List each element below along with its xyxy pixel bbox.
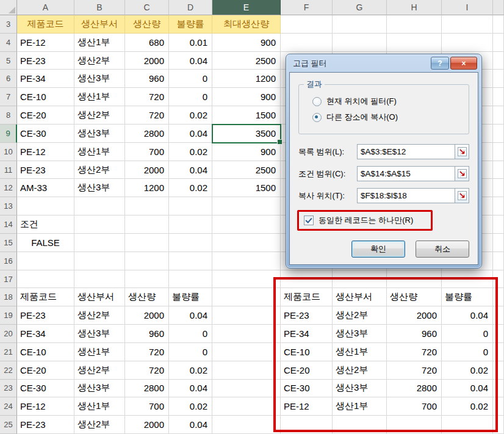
cell-E15[interactable] [212,234,281,252]
cell-A13[interactable] [17,197,74,215]
row-header-25[interactable]: 25 [0,416,17,434]
cell-A8[interactable]: CE-20 [17,106,74,125]
cell-C19[interactable]: 2000 [125,306,169,325]
row-header-22[interactable]: 22 [0,361,17,380]
cell-F18[interactable]: 제품코드 [281,288,333,306]
cell-G25[interactable] [333,416,387,434]
copy-to-input[interactable]: $F$18:$I$18 [357,188,469,203]
cell-B20[interactable]: 생산3부 [74,325,125,343]
cell-C14[interactable] [125,215,169,234]
cell-D3[interactable]: 불량률 [169,15,212,34]
cell-G17[interactable] [333,270,387,289]
cell-C22[interactable]: 720 [125,361,169,380]
cell-E10[interactable]: 900 [212,143,281,161]
cell-B15[interactable] [74,234,125,252]
cell-C25[interactable]: 2000 [125,416,169,434]
row-header-23[interactable]: 23 [0,380,17,398]
cell-G21[interactable]: 생산1부 [333,343,387,361]
cell-E18[interactable] [212,288,281,306]
cell-F25[interactable] [281,416,333,434]
select-all-button[interactable] [0,0,17,15]
row-header-18[interactable]: 18 [0,288,17,306]
cell-D15[interactable] [169,234,212,252]
cell-A18[interactable]: 제품코드 [17,288,74,306]
cell-H24[interactable]: 700 [387,397,442,416]
cell-B4[interactable]: 생산1부 [74,34,125,52]
help-button[interactable]: ? [431,57,449,70]
cell-A20[interactable]: PE-34 [17,325,74,343]
row-header-20[interactable]: 20 [0,325,17,343]
column-header-G[interactable]: G [333,0,387,15]
cell-H21[interactable]: 720 [387,343,442,361]
cell-G19[interactable]: 생산2부 [333,306,387,325]
cell-C9[interactable]: 2800 [125,125,169,143]
radio-filter-in-place[interactable]: 현재 위치에 필터(F) [312,96,464,107]
column-header-A[interactable]: A [17,0,74,15]
cell-E23[interactable] [212,380,281,398]
cell-E4[interactable]: 900 [212,34,281,52]
row-header-8[interactable]: 8 [0,106,17,125]
cell-C8[interactable]: 720 [125,106,169,125]
cell-E24[interactable] [212,397,281,416]
cell-F3[interactable] [281,15,333,34]
cell-E3[interactable]: 최대생산량 [212,15,281,34]
unique-records-checkbox[interactable]: 동일한 레코드는 하나만(R) [304,215,426,226]
cell-D11[interactable]: 0.04 [169,161,212,179]
column-header-B[interactable]: B [74,0,125,15]
cell-H20[interactable]: 960 [387,325,442,343]
cell-B9[interactable]: 생산3부 [74,125,125,143]
cell-A23[interactable]: CE-30 [17,380,74,398]
cell-G4[interactable] [333,34,387,52]
cell-C17[interactable] [125,270,169,289]
cell-I20[interactable]: 0 [442,325,493,343]
cell-D4[interactable]: 0.01 [169,34,212,52]
row-header-15[interactable]: 15 [0,234,17,252]
cell-D20[interactable]: 0 [169,325,212,343]
row-header-14[interactable]: 14 [0,215,17,234]
cell-F21[interactable]: CE-10 [281,343,333,361]
column-header-C[interactable]: C [125,0,169,15]
cell-E19[interactable] [212,306,281,325]
cell-G20[interactable]: 생산3부 [333,325,387,343]
cell-D16[interactable] [169,252,212,270]
cell-I19[interactable]: 0.04 [442,306,493,325]
cell-B10[interactable]: 생산1부 [74,143,125,161]
cell-C5[interactable]: 2000 [125,52,169,70]
cell-A25[interactable]: PE-23 [17,416,74,434]
cancel-button[interactable]: 취소 [416,241,469,258]
cell-E8[interactable]: 1500 [212,106,281,125]
cell-E16[interactable] [212,252,281,270]
cell-D5[interactable]: 0.04 [169,52,212,70]
cell-B7[interactable]: 생산1부 [74,88,125,106]
cell-D8[interactable]: 0.02 [169,106,212,125]
cell-F22[interactable]: CE-20 [281,361,333,380]
cell-H22[interactable]: 720 [387,361,442,380]
cell-D7[interactable]: 0 [169,88,212,106]
cell-A24[interactable]: PE-12 [17,397,74,416]
cell-H17[interactable] [387,270,442,289]
row-header-6[interactable]: 6 [0,70,17,88]
cell-E14[interactable] [212,215,281,234]
cell-A10[interactable]: PE-12 [17,143,74,161]
column-header-I[interactable]: I [442,0,493,15]
column-header-D[interactable]: D [169,0,212,15]
cell-H4[interactable] [387,34,442,52]
cell-E20[interactable] [212,325,281,343]
cell-D17[interactable] [169,270,212,289]
cell-C16[interactable] [125,252,169,270]
cell-C15[interactable] [125,234,169,252]
cell-A3[interactable]: 제품코드 [17,15,74,34]
cell-A7[interactable]: CE-10 [17,88,74,106]
cell-I22[interactable]: 0.02 [442,361,493,380]
cell-B14[interactable] [74,215,125,234]
cell-D13[interactable] [169,197,212,215]
cell-C12[interactable]: 1200 [125,179,169,197]
cell-H19[interactable]: 2000 [387,306,442,325]
cell-B22[interactable]: 생산2부 [74,361,125,380]
range-picker-button[interactable] [455,167,469,181]
cell-D18[interactable]: 불량률 [169,288,212,306]
row-header-5[interactable]: 5 [0,52,17,70]
row-header-17[interactable]: 17 [0,270,17,289]
cell-C6[interactable]: 960 [125,70,169,88]
cell-B21[interactable]: 생산1부 [74,343,125,361]
